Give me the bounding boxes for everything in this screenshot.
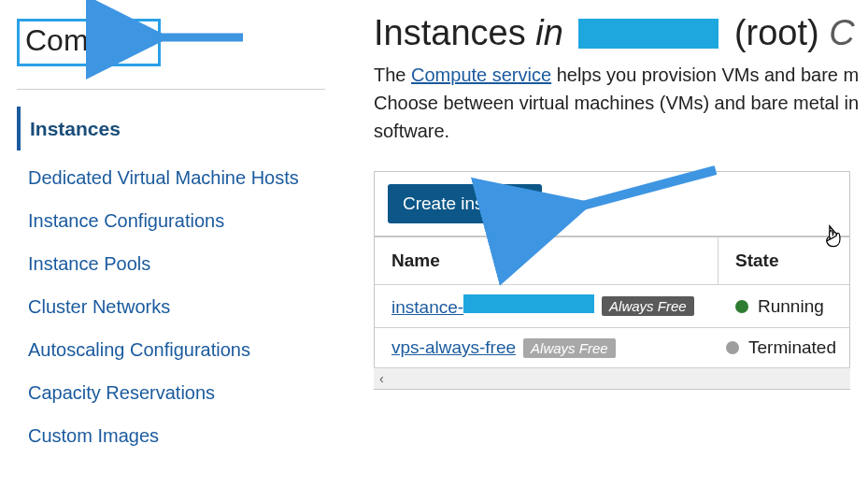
- desc-text: The: [374, 64, 411, 85]
- instance-name-text: instance-: [391, 297, 463, 317]
- sidebar-item-label: Cluster Networks: [28, 296, 170, 317]
- section-title: Compute: [25, 23, 147, 57]
- sidebar-item-label: Capacity Reservations: [28, 382, 215, 403]
- sidebar-item-label: Autoscaling Configurations: [28, 339, 250, 360]
- sidebar-item-label: Instance Configurations: [28, 210, 224, 231]
- sidebar: Compute Instances Dedicated Virtual Mach…: [0, 0, 336, 487]
- cell-state: Terminated: [709, 328, 849, 367]
- sidebar-item-instance-configs[interactable]: Instance Configurations: [17, 199, 320, 242]
- cell-name: vps-always-free Always Free: [375, 328, 709, 367]
- section-title-box: Compute: [17, 19, 161, 66]
- sidebar-item-custom-images[interactable]: Custom Images: [17, 414, 320, 457]
- cell-name: instance- Always Free: [375, 285, 719, 327]
- col-header-name[interactable]: Name: [375, 237, 719, 284]
- compute-service-link[interactable]: Compute service: [411, 64, 551, 85]
- always-free-badge: Always Free: [523, 338, 616, 358]
- table-header-row: Name State: [375, 236, 849, 284]
- instance-link[interactable]: instance-: [391, 294, 594, 318]
- chevron-left-icon: ‹: [379, 371, 384, 386]
- main-content: Instances in (root) C The Compute servic…: [336, 0, 868, 487]
- desc-text: software.: [374, 121, 449, 141]
- desc-text: helps you provision VMs and bare m: [551, 64, 859, 85]
- horizontal-scrollbar[interactable]: ‹: [374, 367, 850, 390]
- divider: [17, 89, 325, 90]
- sidebar-item-label: Dedicated Virtual Machine Hosts: [28, 167, 299, 188]
- sidebar-item-label: Instances: [30, 118, 121, 139]
- heading-in: in: [535, 13, 563, 52]
- table-row: vps-always-free Always Free Terminated: [375, 327, 849, 367]
- page-description: The Compute service helps you provision …: [374, 61, 868, 145]
- panel-toolbar: Create instance: [375, 172, 849, 236]
- sidebar-item-autoscaling[interactable]: Autoscaling Configurations: [17, 328, 320, 371]
- sidebar-item-instances[interactable]: Instances: [17, 107, 320, 150]
- redacted-compartment: [578, 19, 719, 49]
- state-text: Terminated: [748, 337, 836, 358]
- sidebar-nav: Instances Dedicated Virtual Machine Host…: [17, 107, 320, 457]
- desc-text: Choose between virtual machines (VMs) an…: [374, 93, 859, 113]
- sidebar-item-dedicated-hosts[interactable]: Dedicated Virtual Machine Hosts: [17, 156, 320, 199]
- cell-state: Running: [719, 287, 849, 326]
- heading-root: (root): [734, 13, 829, 52]
- sidebar-item-cluster-networks[interactable]: Cluster Networks: [17, 285, 320, 328]
- redacted-name: [463, 294, 594, 313]
- instances-panel: Create instance Name State instance- Alw…: [374, 171, 850, 367]
- page-heading: Instances in (root) C: [374, 13, 868, 53]
- col-header-state[interactable]: State: [719, 237, 849, 284]
- heading-trail: C: [829, 13, 854, 52]
- instance-link[interactable]: vps-always-free: [391, 337, 516, 358]
- sidebar-item-instance-pools[interactable]: Instance Pools: [17, 242, 320, 285]
- always-free-badge: Always Free: [602, 296, 694, 316]
- create-instance-button[interactable]: Create instance: [388, 184, 542, 223]
- sidebar-item-capacity-reservations[interactable]: Capacity Reservations: [17, 371, 320, 414]
- sidebar-item-label: Custom Images: [28, 425, 159, 446]
- table-row: instance- Always Free Running: [375, 284, 849, 327]
- status-dot-icon: [735, 300, 748, 313]
- state-text: Running: [758, 296, 824, 317]
- heading-prefix: Instances: [374, 13, 535, 52]
- status-dot-icon: [726, 341, 739, 354]
- sidebar-item-label: Instance Pools: [28, 253, 150, 274]
